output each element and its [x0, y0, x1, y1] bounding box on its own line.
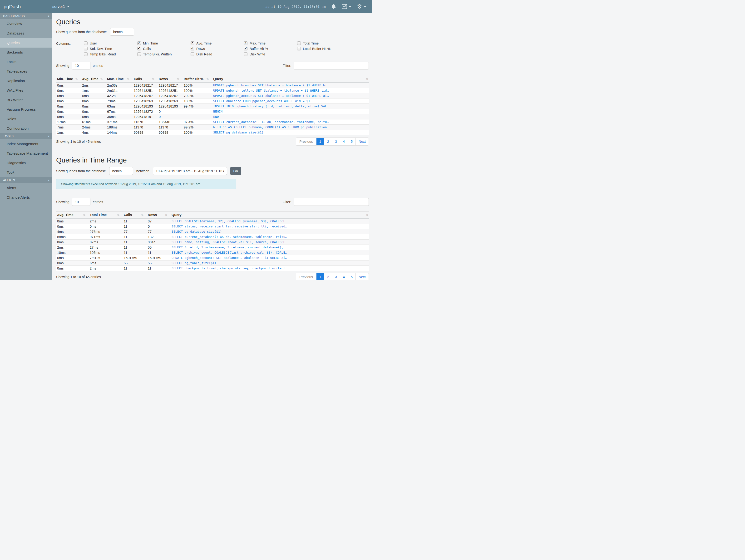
sort-icon[interactable]: ⇅ [100, 77, 103, 81]
column-toggle-temp-blks-written[interactable]: Temp Blks. Written [137, 52, 191, 56]
sidebar-item-vacuum-progress[interactable]: Vacuum Progress [0, 105, 52, 114]
page-button-5[interactable]: 5 [348, 138, 355, 145]
checkbox-checked[interactable] [191, 41, 194, 45]
sort-icon[interactable]: ⇅ [206, 77, 209, 81]
entries-count-input-2[interactable] [72, 198, 90, 206]
query-cell[interactable]: SELECT pg_database_size($1) [171, 229, 369, 234]
checkbox-unchecked[interactable] [297, 47, 301, 51]
sort-icon[interactable]: ⇅ [141, 213, 143, 217]
next-page-button[interactable]: Next [355, 138, 368, 145]
column-toggle-total-time[interactable]: Total Time [297, 41, 351, 45]
checkbox-unchecked[interactable] [137, 52, 141, 56]
sidebar-item-tablespace-management[interactable]: Tablespace Management [0, 149, 52, 158]
sidebar-item-wal-files[interactable]: WAL Files [0, 86, 52, 95]
sidebar-item-replication[interactable]: Replication [0, 76, 52, 86]
charts-menu-button[interactable] [342, 4, 351, 9]
sidebar-item-tablespaces[interactable]: Tablespaces [0, 67, 52, 76]
query-cell[interactable]: SELECT current_database() AS db, scheman… [212, 120, 369, 125]
server-selector[interactable]: server1 [52, 4, 69, 9]
query-cell[interactable]: WITH pc AS (SELECT pubname, COUNT(*) AS … [212, 125, 369, 130]
query-cell[interactable]: BEGIN [212, 109, 369, 114]
query-cell[interactable]: END [212, 114, 369, 120]
checkbox-unchecked[interactable] [84, 47, 88, 51]
column-toggle-local-buffer-hit[interactable]: Local Buffer Hit % [297, 47, 351, 51]
column-toggle-disk-read[interactable]: Disk Read [191, 52, 244, 56]
query-cell[interactable]: SELECT current_database() AS db, scheman… [171, 234, 369, 239]
app-logo[interactable]: pgDash [0, 4, 52, 9]
column-header-min-time[interactable]: Min. Time⇅ [56, 76, 81, 83]
page-button-3[interactable]: 3 [332, 273, 340, 280]
column-header-query[interactable]: Query⇅ [171, 212, 369, 219]
sort-icon[interactable]: ⇅ [75, 77, 78, 81]
column-toggle-user[interactable]: User [84, 41, 137, 45]
query-cell[interactable]: SELECT pg_database_size($1) [212, 130, 369, 135]
filter-input-2[interactable] [294, 198, 369, 206]
sidebar-item-alerts[interactable]: Alerts [0, 183, 52, 193]
sort-icon[interactable]: ⇅ [366, 213, 368, 217]
column-header-rows[interactable]: Rows⇅ [158, 76, 183, 83]
sidebar-section-tools[interactable]: TOOLS› [0, 133, 52, 139]
query-cell[interactable]: SELECT status, receive_start_lsn, receiv… [171, 224, 369, 229]
sort-icon[interactable]: ⇅ [152, 77, 155, 81]
next-page-button[interactable]: Next [355, 273, 368, 280]
sort-icon[interactable]: ⇅ [366, 77, 368, 81]
sidebar-item-databases[interactable]: Databases [0, 29, 52, 38]
checkbox-checked[interactable] [137, 41, 141, 45]
query-cell[interactable]: UPDATE pgbench_accounts SET abalance = a… [212, 93, 369, 98]
sidebar-item-backends[interactable]: Backends [0, 47, 52, 57]
sort-icon[interactable]: ⇅ [127, 77, 129, 81]
checkbox-checked[interactable] [137, 47, 141, 51]
query-cell[interactable]: SELECT pg_table_size($1) [171, 261, 369, 266]
checkbox-unchecked[interactable] [191, 52, 194, 56]
query-cell[interactable]: UPDATE pgbench_tellers SET tbalance = tb… [212, 88, 369, 93]
column-header-avg-time[interactable]: Avg. Time⇅ [56, 212, 89, 219]
column-toggle-min-time[interactable]: Min. Time [137, 41, 191, 45]
checkbox-unchecked[interactable] [84, 41, 88, 45]
entries-count-input[interactable] [72, 62, 90, 69]
column-toggle-rows[interactable]: Rows [191, 47, 244, 51]
column-toggle-max-time[interactable]: Max. Time [244, 41, 297, 45]
previous-page-button[interactable]: Previous [296, 273, 316, 280]
query-cell[interactable]: UPDATE pgbench_branches SET bbalance = b… [212, 83, 369, 88]
sidebar-item-index-management[interactable]: Index Management [0, 139, 52, 149]
page-button-1[interactable]: 1 [316, 273, 324, 280]
query-cell[interactable]: SELECT checkpoints_timed, checkpoints_re… [171, 266, 369, 271]
sidebar-item-top-k[interactable]: Top k [0, 168, 52, 177]
query-cell[interactable]: UPDATE pgbench_accounts SET abalance = a… [171, 255, 369, 261]
sidebar-item-diagnostics[interactable]: Diagnostics [0, 158, 52, 168]
sidebar-item-roles[interactable]: Roles [0, 114, 52, 124]
page-button-1[interactable]: 1 [316, 138, 324, 145]
sidebar-section-alerts[interactable]: ALERTS› [0, 177, 52, 183]
page-button-2[interactable]: 2 [324, 138, 332, 145]
query-cell[interactable]: SELECT S.relid, S.schemaname, S.relname,… [171, 245, 369, 250]
query-cell[interactable]: SELECT COALESCE(datname, $2), COALESCE(u… [171, 219, 369, 224]
page-button-3[interactable]: 3 [332, 138, 340, 145]
checkbox-checked[interactable] [244, 41, 248, 45]
checkbox-unchecked[interactable] [244, 52, 248, 56]
column-header-total-time[interactable]: Total Time⇅ [89, 212, 123, 219]
column-toggle-std-dev-time[interactable]: Std. Dev. Time [84, 47, 137, 51]
page-button-4[interactable]: 4 [340, 273, 348, 280]
column-toggle-avg-time[interactable]: Avg. Time [191, 41, 244, 45]
sidebar-item-bg-writer[interactable]: BG Writer [0, 95, 52, 105]
column-header-max-time[interactable]: Max. Time⇅ [106, 76, 133, 83]
column-toggle-temp-blks-read[interactable]: Temp Blks. Read [84, 52, 137, 56]
checkbox-checked[interactable] [244, 47, 248, 51]
page-button-2[interactable]: 2 [324, 273, 332, 280]
column-toggle-buffer-hit[interactable]: Buffer Hit % [244, 47, 297, 51]
sort-icon[interactable]: ⇅ [83, 213, 86, 217]
query-cell[interactable]: SELECT name, setting, COALESCE(boot_val,… [171, 239, 369, 245]
sidebar-section-dashboards[interactable]: DASHBOARDS› [0, 13, 52, 19]
query-cell[interactable]: INSERT INTO pgbench_history (tid, bid, a… [212, 104, 369, 109]
page-button-4[interactable]: 4 [340, 138, 348, 145]
query-cell[interactable]: SELECT archived_count, COALESCE(last_arc… [171, 250, 369, 255]
database-input-2[interactable] [109, 167, 133, 175]
page-button-5[interactable]: 5 [348, 273, 355, 280]
query-cell[interactable]: SELECT abalance FROM pgbench_accounts WH… [212, 98, 369, 104]
sidebar-item-configuration[interactable]: Configuration [0, 124, 52, 133]
time-range-input[interactable] [153, 167, 227, 175]
settings-menu-button[interactable]: ⚙ [357, 4, 366, 9]
sort-icon[interactable]: ⇅ [165, 213, 167, 217]
column-header-avg-time[interactable]: Avg. Time⇅ [81, 76, 106, 83]
column-header-calls[interactable]: Calls⇅ [133, 76, 158, 83]
